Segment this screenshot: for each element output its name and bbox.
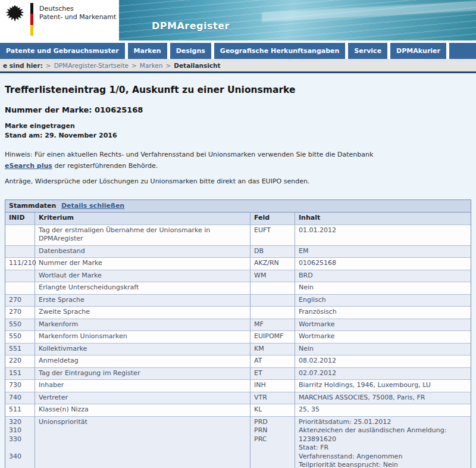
dpmaregister-banner: DPMAregister	[119, 0, 476, 40]
feld-cell	[250, 282, 295, 294]
kriterium-cell: Erste Sprache	[35, 294, 250, 307]
inid-cell: 550	[5, 330, 35, 343]
details-toggle-link[interactable]: Details schließen	[61, 202, 124, 210]
breadcrumb-link-marken[interactable]: Marken	[140, 62, 163, 69]
inid-cell: 551	[5, 343, 35, 355]
breadcrumb-link-startseite[interactable]: DPMAregister-Startseite	[54, 62, 129, 69]
inhalt-cell: 02.07.2012	[295, 367, 471, 380]
feld-cell: AT	[250, 355, 295, 367]
breadcrumb-current: Detailansicht	[174, 62, 220, 69]
kriterium-cell: Markenform	[35, 319, 250, 331]
breadcrumb: e sind hier: > DPMAregister-Startseite >…	[0, 59, 476, 73]
mark-status: Marke eingetragen	[5, 122, 471, 130]
nav-item-service[interactable]: Service	[348, 43, 387, 59]
feld-cell: MF	[250, 319, 295, 331]
kriterium-cell: Wortlaut der Marke	[35, 270, 250, 282]
org-name-line1: Deutsches	[39, 5, 116, 13]
status-date: Stand am: 29. November 2016	[5, 132, 471, 139]
kriterium-cell: Klasse(n) Nizza	[35, 404, 250, 416]
esearch-plus-link[interactable]: eSearch plus	[5, 162, 52, 170]
inid-cell	[5, 270, 35, 282]
kriterium-cell: Tag der erstmaligen Übernahme der Unions…	[35, 224, 250, 245]
inid-cell: 740	[5, 392, 35, 404]
table-row: 270Zweite SpracheFranzösisch	[5, 306, 471, 319]
inid-cell: 151	[5, 367, 35, 380]
kriterium-cell: Erlangte Unterscheidungskraft	[35, 282, 250, 294]
inhalt-cell: Nein	[295, 343, 471, 355]
feld-cell	[250, 294, 295, 307]
kriterium-cell: Vertreter	[35, 392, 250, 404]
nav-item-marken[interactable]: Marken	[128, 43, 167, 59]
nav-item-patente[interactable]: Patente und Gebrauchsmuster	[0, 43, 125, 59]
breadcrumb-separator: >	[131, 62, 137, 69]
page-title: Trefferlisteneintrag 1/0, Auskunft zu ei…	[5, 85, 471, 95]
kriterium-cell: Unionspriorität	[35, 416, 250, 468]
feld-cell: DB	[250, 245, 295, 258]
inhalt-cell: Französisch	[295, 306, 471, 319]
table-row: 270Erste SpracheEnglisch	[5, 294, 471, 307]
dpma-logo[interactable]: Deutsches Patent- und Markenamt	[5, 3, 116, 36]
stammdaten-table: Stammdaten Details schließen INID Kriter…	[5, 199, 471, 468]
kriterium-cell: Kollektivmarke	[35, 343, 250, 355]
inhalt-cell: EM	[295, 245, 471, 258]
inid-cell: 511	[5, 404, 35, 416]
kriterium-cell: Nummer der Marke	[35, 257, 250, 270]
feld-cell: INH	[250, 379, 295, 392]
nav-filler	[449, 43, 476, 59]
nav-item-designs[interactable]: Designs	[170, 43, 211, 59]
feld-cell: PRD PRN PRC	[250, 416, 295, 468]
table-caption-bar: Stammdaten Details schließen	[5, 200, 471, 213]
federal-eagle-icon	[5, 4, 25, 23]
feld-cell: ET	[250, 367, 295, 380]
table-row: 740VertreterVTRMARCHAIS ASSOCIES, 75008,…	[5, 392, 471, 404]
inid-cell: 730	[5, 379, 35, 392]
stammdaten-rows: Tag der erstmaligen Übernahme der Unions…	[5, 224, 471, 468]
inhalt-cell: 25, 35	[295, 404, 471, 416]
feld-cell: VTR	[250, 392, 295, 404]
breadcrumb-prefix: e sind hier:	[3, 62, 43, 69]
main-navigation: Patente und Gebrauchsmuster Marken Desig…	[0, 43, 476, 59]
inid-cell: 270	[5, 294, 35, 307]
inid-cell: 550	[5, 319, 35, 331]
kriterium-cell: Inhaber	[35, 379, 250, 392]
org-name-line2: Patent- und Markenamt	[39, 13, 116, 21]
inid-cell	[5, 245, 35, 258]
table-row: Wortlaut der MarkeWMBRD	[5, 270, 471, 282]
table-caption: Stammdaten	[9, 202, 56, 210]
nav-item-dpmakurier[interactable]: DPMAkurier	[390, 43, 446, 59]
inhalt-cell: Englisch	[295, 294, 471, 307]
feld-cell: KM	[250, 343, 295, 355]
table-row: 730InhaberINHBiarritz Holdings, 1946, Lu…	[5, 379, 471, 392]
table-row: 111/210Nummer der MarkeAKZ/RN010625168	[5, 257, 471, 270]
table-header-row: INID Kriterium Feld Inhalt	[5, 213, 471, 224]
feld-cell: EUIPOMF	[250, 330, 295, 343]
hint-paragraph: Hinweis: Für einen aktuellen Rechts- und…	[5, 149, 390, 171]
nav-item-herkunftsangaben[interactable]: Geografische Herkunftsangaben	[214, 43, 346, 59]
column-header-kriterium: Kriterium	[35, 213, 250, 224]
main-content: Trefferlisteneintrag 1/0, Auskunft zu ei…	[0, 73, 476, 468]
table-row: 511Klasse(n) NizzaKL25, 35	[5, 404, 471, 416]
inhalt-cell: BRD	[295, 270, 471, 282]
table-row: 220AnmeldetagAT08.02.2012	[5, 355, 471, 367]
banner-title: DPMAregister	[152, 20, 230, 32]
inhalt-cell: MARCHAIS ASSOCIES, 75008, Paris, FR	[295, 392, 471, 404]
inid-cell: 320 310 330 340	[5, 416, 35, 468]
kriterium-cell: Zweite Sprache	[35, 306, 250, 319]
inhalt-cell: Wortmarke	[295, 319, 471, 331]
inhalt-cell: Wortmarke	[295, 330, 471, 343]
table-row: DatenbestandDBEM	[5, 245, 471, 258]
mark-number-heading: Nummer der Marke: 010625168	[5, 105, 471, 114]
inhalt-cell: 010625168	[295, 257, 471, 270]
kriterium-cell: Datenbestand	[35, 245, 250, 258]
inhalt-cell: Prioritätsdatum: 25.01.2012 Aktenzeichen…	[295, 416, 471, 468]
breadcrumb-separator: >	[165, 62, 171, 69]
inhalt-cell: 08.02.2012	[295, 355, 471, 367]
table-row: 550MarkenformMFWortmarke	[5, 319, 471, 331]
kriterium-cell: Markenform Unionsmarken	[35, 330, 250, 343]
column-header-inid: INID	[5, 213, 35, 224]
euipo-note: Anträge, Widersprüche oder Löschungen zu…	[5, 177, 471, 185]
feld-cell: WM	[250, 270, 295, 282]
table-row: 151Tag der Eintragung im RegisterET02.07…	[5, 367, 471, 380]
feld-cell: KL	[250, 404, 295, 416]
inhalt-cell: Nein	[295, 282, 471, 294]
